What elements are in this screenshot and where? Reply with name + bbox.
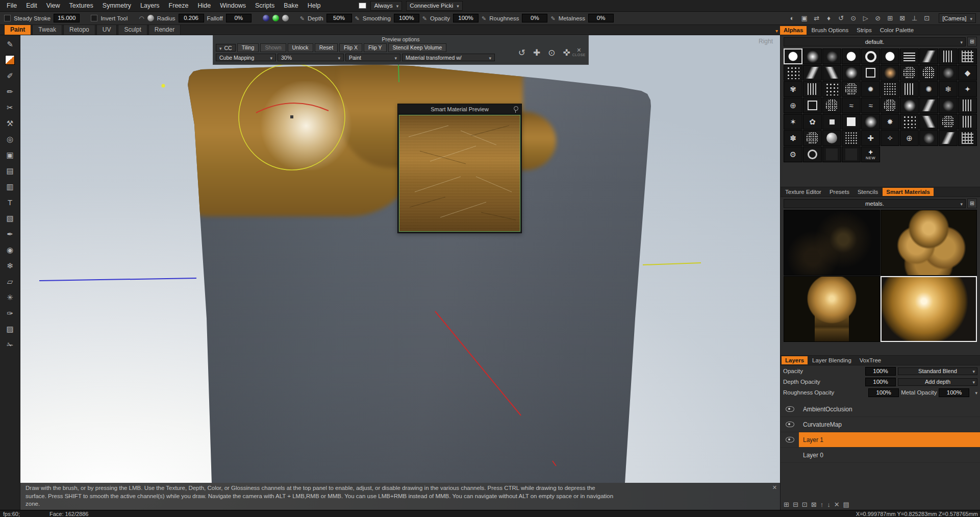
alpha-cell-15[interactable] [881,65,899,81]
close-preview-options-button[interactable]: CLOSE [572,47,586,58]
alpha-cell-44[interactable] [861,114,880,130]
material-tile-dark[interactable] [784,210,880,276]
menu-freeze[interactable]: Freeze [164,0,193,11]
alpha-cell-58[interactable] [939,130,958,146]
layer-row-ambientocclusion[interactable]: AmbientOcclusion [781,402,980,417]
marker-tool[interactable]: ✑ [4,307,17,319]
alpha-cell-18[interactable] [939,65,958,81]
alpha-cell-61[interactable] [803,146,822,162]
visibility-eye-icon[interactable] [786,406,794,412]
mode-dropdown[interactable]: Paint [345,54,400,61]
alpha-cell-7[interactable] [919,48,938,64]
menu-layers[interactable]: Layers [136,0,164,11]
alpha-cell-26[interactable] [900,81,919,97]
alpha-cell-51[interactable] [803,130,822,146]
alphas-folder-dropdown[interactable]: default. [784,37,966,46]
depth-opacity-label[interactable]: Depth Opacity [783,379,820,385]
close-help-icon[interactable] [772,484,777,491]
alpha-cell-32[interactable] [822,97,841,113]
visibility-eye-icon[interactable] [786,422,794,427]
alpha-cell-53[interactable] [842,130,861,146]
alpha-cell-6[interactable] [900,48,919,64]
menu-scripts[interactable]: Scripts [250,0,279,11]
alphas-panel-icon[interactable] [967,37,977,46]
chevron-down-icon[interactable] [975,389,977,396]
text-tool[interactable]: T [4,196,17,209]
alpha-cell-45[interactable]: ✸ [881,114,899,130]
alpha-cell-12[interactable] [822,65,841,81]
preview-tiling-button[interactable]: Tiling [237,43,259,52]
transform-icon[interactable]: ✜ [563,47,570,58]
alpha-cell-2[interactable] [822,48,841,64]
clear-layer-icon[interactable]: ✕ [834,501,840,508]
roughness-label[interactable]: Roughness [489,15,519,21]
stamp-tool[interactable]: ▣ [4,149,17,161]
alpha-cell-63[interactable] [842,146,861,162]
alpha-cell-40[interactable]: ✶ [784,114,802,130]
layer-row-layer-0[interactable]: Layer 0 [781,448,980,463]
material-tile-gold-pile[interactable] [881,210,977,276]
pattern-tool[interactable]: ▧ [4,212,17,225]
alpha-cell-24[interactable]: ✹ [861,81,880,97]
drop-icon[interactable]: ♦ [824,13,834,23]
cut-tool[interactable]: ✁ [4,338,17,351]
tab-texture-editor[interactable]: Texture Editor [782,188,825,196]
gloss-channel-sphere-icon[interactable] [282,15,289,21]
new-layer-icon[interactable]: ⊞ [784,501,789,508]
panel-menu-icon[interactable] [775,27,778,34]
preview-flip-x-button[interactable]: Flip X [339,43,362,52]
preview-flip-y-button[interactable]: Flip Y [364,43,387,52]
falloff-value[interactable]: 0% [226,14,252,22]
depth-value[interactable]: 50% [326,14,352,22]
alpha-cell-55[interactable]: ✧ [881,130,899,146]
menu-textures[interactable]: Textures [65,0,98,11]
merge-down-icon[interactable]: ⊠ [811,501,817,508]
menu-bake[interactable]: Bake [279,0,303,11]
pin-icon[interactable] [514,106,518,111]
rotate-icon[interactable]: ↺ [518,47,525,58]
preview-shown-button[interactable]: Shown [260,43,286,52]
alpha-cell-35[interactable] [881,97,899,113]
rotate-view-icon[interactable]: ↺ [836,13,846,23]
depth-channel-sphere-icon[interactable] [263,15,269,21]
tab-layer-blending[interactable]: Layer Blending [809,356,855,364]
always-dropdown[interactable]: Always [370,1,402,11]
pick-mode-dropdown[interactable]: Connective Picki [406,1,463,11]
brush-tool[interactable]: ✐ [4,69,17,82]
zoom-icon[interactable]: ⊙ [848,13,858,23]
alpha-cell-60[interactable]: ⚙ [784,146,802,162]
alpha-cell-37[interactable] [919,97,938,113]
alpha-cell-34[interactable]: ≈ [861,97,880,113]
alpha-cell-52[interactable] [822,130,841,146]
layer-folder-icon[interactable]: ▤ [843,501,849,508]
opacity-label[interactable]: Opacity [430,15,450,21]
alpha-cell-27[interactable]: ✺ [919,81,938,97]
eraser-tool[interactable]: ▱ [4,275,17,288]
metal-opacity-value[interactable]: 100% [939,388,969,397]
tab-brush-options[interactable]: Brush Options [808,26,852,35]
pen-tool[interactable]: ✎ [4,38,17,51]
tab-alphas[interactable]: Alphas [780,26,807,35]
menu-file[interactable]: File [2,0,21,11]
radius-value[interactable]: 0.206 [179,14,204,22]
tab-tweak[interactable]: Tweak [32,24,62,35]
falloff-curve-icon[interactable] [139,15,144,22]
alpha-cell-54[interactable]: ✚ [861,130,880,146]
preview-reset-button[interactable]: Reset [315,43,338,52]
new-alpha-button[interactable]: +NEW [861,146,880,162]
alpha-cell-62[interactable] [822,146,841,162]
snap-icon[interactable]: ⊠ [897,13,907,23]
menu-windows[interactable]: Windows [215,0,250,11]
alpha-cell-57[interactable] [919,130,938,146]
alpha-cell-29[interactable]: ✦ [958,81,977,97]
alpha-cell-16[interactable] [900,65,919,81]
roughness-opacity-label[interactable]: Roughness Opacity [783,389,834,396]
tab-uv[interactable]: UV [96,24,117,35]
alpha-cell-28[interactable]: ❄ [939,81,958,97]
tab-color-palette[interactable]: Color Palette [876,26,917,35]
alpha-cell-56[interactable]: ⊕ [900,130,919,146]
alpha-cell-50[interactable]: ✽ [784,130,802,146]
disable-icon[interactable]: ⊘ [873,13,883,23]
alpha-cell-19[interactable]: ◆ [958,65,977,81]
render-icon[interactable]: ▣ [799,13,809,23]
